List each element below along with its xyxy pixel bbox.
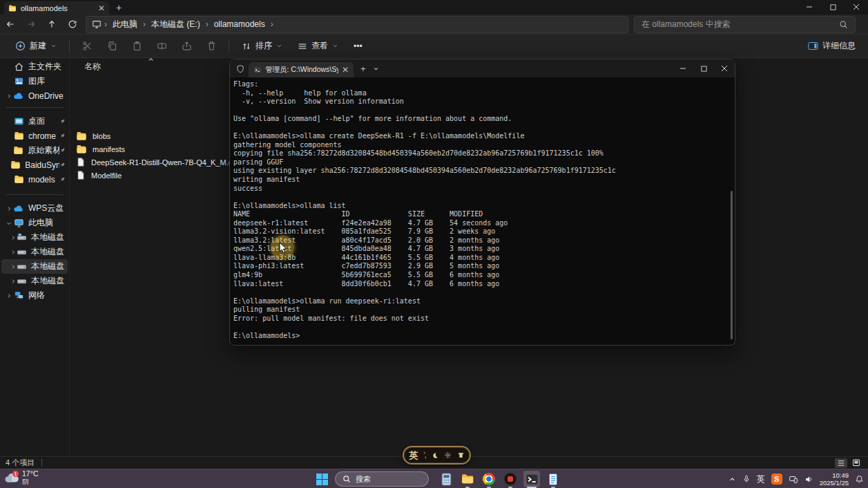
large-icons-view-toggle[interactable] (850, 458, 862, 468)
new-button[interactable]: 新建 (10, 37, 62, 55)
taskbar-screen-recorder[interactable] (502, 471, 519, 487)
moon-icon[interactable] (432, 452, 438, 459)
chevron-down-icon (332, 43, 338, 49)
plus-circle-icon (15, 41, 26, 51)
chevron-right-icon: › (206, 19, 209, 29)
tray-chevron-up-icon[interactable] (729, 476, 736, 483)
column-header-name[interactable]: 名称 (70, 58, 229, 72)
weather-badge: 1 (12, 471, 19, 477)
sidebar-item-baidusyncdisk[interactable]: BaiduSyncdisk (1, 158, 68, 172)
terminal-maximize-button[interactable] (693, 59, 714, 77)
sidebar-item-disk-c[interactable]: 本地磁盘 (C:) (1, 230, 68, 245)
breadcrumb-ollamamodels[interactable]: ollamamodels (211, 19, 268, 29)
terminal-scrollbar[interactable] (731, 191, 733, 339)
refresh-button[interactable] (62, 15, 83, 33)
taskbar-search[interactable]: 搜索 (335, 471, 429, 487)
terminal-minimize-button[interactable] (673, 59, 693, 77)
terminal-tab[interactable]: 管理员: C:\Windows\System32 ✕ (249, 62, 354, 77)
explorer-tab[interactable]: ollamamodels ✕ (4, 1, 109, 15)
breadcrumb-this-pc[interactable]: 此电脑 (110, 19, 140, 30)
search-input[interactable]: 在 ollamamodels 中搜索 (634, 16, 856, 33)
new-tab-button[interactable]: + (116, 2, 122, 13)
microphone-icon[interactable] (742, 474, 751, 484)
breadcrumb[interactable]: › 此电脑 › 本地磁盘 (E:) › ollamamodels › (86, 16, 628, 33)
gear-icon[interactable] (444, 451, 452, 459)
taskbar-clock[interactable]: 10:49 2025/1/25 (820, 471, 849, 487)
chevron-right-icon[interactable] (10, 250, 16, 255)
window-close-button[interactable] (845, 0, 868, 14)
chevron-right-icon[interactable] (10, 235, 16, 241)
chevron-right-icon[interactable] (4, 93, 13, 99)
sort-button[interactable]: 排序 (236, 37, 288, 55)
weather-widget[interactable]: 1 17°C 阴 (4, 470, 38, 485)
terminal-tab-close-icon[interactable]: ✕ (342, 66, 349, 74)
sidebar-item-desktop[interactable]: 桌面 (1, 114, 68, 129)
notification-bell-icon[interactable] (855, 475, 864, 484)
details-view-toggle[interactable] (835, 458, 847, 468)
sogou-ime-bar[interactable]: 英 ’, (403, 446, 471, 464)
sidebar-item-disk-f[interactable]: 本地磁盘 (F:) (1, 274, 68, 288)
window-minimize-button[interactable] (798, 0, 821, 14)
sidebar-item-disk-e[interactable]: 本地磁盘 (E:) (1, 259, 68, 274)
chevron-right-icon[interactable] (10, 264, 16, 270)
tab-close-icon[interactable]: ✕ (98, 4, 105, 12)
terminal-new-tab-button[interactable]: + (360, 64, 366, 74)
pin-icon (59, 147, 66, 153)
terminal-title-bar[interactable]: 管理员: C:\Windows\System32 ✕ + (230, 59, 735, 77)
taskbar-file-explorer[interactable] (459, 471, 476, 487)
terminal-output[interactable]: Flags: -h, --help help for ollama -v, --… (231, 77, 734, 344)
copy-button[interactable] (102, 37, 122, 55)
sidebar-item-chrome-folder[interactable]: chrome (1, 129, 68, 143)
sidebar-item-network[interactable]: 网络 (1, 288, 68, 303)
chrome-icon (483, 473, 495, 485)
taskbar-chrome[interactable] (481, 471, 497, 487)
sidebar-item-this-pc[interactable]: 此电脑 (1, 216, 68, 230)
start-button[interactable] (314, 471, 330, 487)
chevron-down-icon[interactable] (4, 220, 13, 226)
chevron-right-icon[interactable] (4, 293, 13, 299)
chevron-right-icon[interactable] (4, 206, 13, 212)
ime-language-indicator[interactable]: 英 (757, 473, 765, 485)
ime-mode-toggle[interactable]: 英 (409, 449, 418, 462)
taskbar-terminal[interactable] (523, 471, 540, 487)
more-button[interactable]: ••• (348, 39, 368, 54)
file-name: DeepSeek-R1-Distill-Qwen-7B-Q4_K_M.gguf (91, 158, 243, 167)
up-button[interactable] (41, 15, 62, 33)
sort-icon (242, 41, 251, 51)
chevron-down-icon (50, 43, 57, 49)
share-button[interactable] (176, 37, 197, 55)
sidebar-item-home[interactable]: 主文件夹 (1, 59, 68, 74)
clock-date: 2025/1/25 (820, 479, 849, 487)
sidebar-item-disk-d[interactable]: 本地磁盘 (D:) (1, 245, 68, 259)
sidebar-item-wps-cloud[interactable]: WPS云盘 (1, 201, 68, 216)
cast-device-icon[interactable] (789, 475, 798, 484)
rename-button[interactable] (151, 37, 172, 55)
view-button[interactable]: 查看 (292, 37, 344, 55)
forward-button[interactable] (21, 15, 41, 33)
back-button[interactable] (0, 15, 21, 33)
sidebar-item-models[interactable]: models (1, 172, 68, 187)
sogou-input-icon[interactable]: S (771, 473, 782, 485)
sidebar-item-gallery[interactable]: 图库 (1, 74, 68, 88)
ime-punctuation-toggle[interactable]: ’, (424, 451, 426, 459)
cut-button[interactable] (77, 37, 97, 55)
disk-drive-icon (16, 261, 27, 272)
skin-shirt-icon[interactable] (457, 451, 465, 459)
delete-button[interactable] (201, 37, 222, 55)
terminal-close-button[interactable] (714, 59, 735, 77)
home-icon (13, 62, 24, 72)
sidebar-item-onedrive[interactable]: OneDrive (1, 88, 68, 103)
window-maximize-button[interactable] (821, 0, 845, 14)
terminal-tab-dropdown-icon[interactable] (373, 66, 379, 72)
breadcrumb-drive-e[interactable]: 本地磁盘 (E:) (148, 19, 203, 30)
details-pane-button[interactable]: 详细信息 (808, 40, 858, 52)
taskbar-calculator[interactable] (438, 471, 454, 487)
details-pane-label: 详细信息 (822, 40, 856, 52)
speaker-icon[interactable] (804, 475, 813, 484)
explorer-tab-bar: ollamamodels ✕ + (0, 0, 868, 15)
paste-button[interactable] (126, 37, 147, 55)
file-icon (76, 157, 86, 167)
chevron-right-icon[interactable] (10, 279, 16, 284)
sidebar-item-raw-material[interactable]: 原始素材 (1, 143, 68, 158)
taskbar-notepad[interactable] (545, 471, 561, 487)
